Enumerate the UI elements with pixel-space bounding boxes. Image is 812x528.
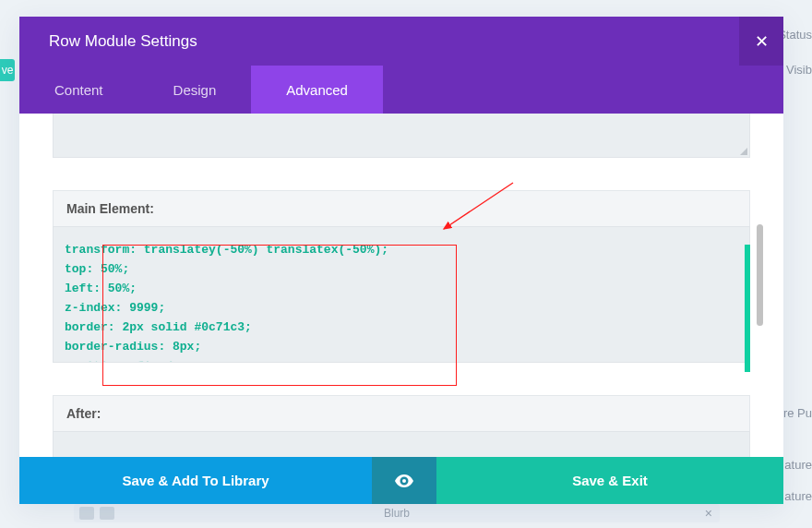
- bg-close-icon: ×: [705, 506, 712, 521]
- code-line: border: 2px solid #0c71c3;: [65, 318, 738, 337]
- modal-footer: Save & Add To Library Save & Exit: [19, 457, 783, 504]
- tab-content[interactable]: Content: [19, 66, 138, 114]
- after-css-input[interactable]: [53, 431, 750, 457]
- modal-title: Row Module Settings: [49, 32, 197, 51]
- bg-hamburger-icon: [79, 507, 94, 520]
- code-line: transform: translatey(-50%) translatex(-…: [65, 240, 738, 259]
- code-line: left: 50%;: [65, 279, 738, 298]
- code-line: top: 50%;: [65, 259, 738, 279]
- bg-bottom-toolbar: Blurb ×: [74, 504, 720, 522]
- section-active-indicator: [745, 245, 750, 372]
- bg-right-label: re Pu: [783, 406, 812, 420]
- section-label-after: After:: [53, 395, 750, 431]
- section-after: After:: [53, 395, 750, 457]
- close-button[interactable]: ✕: [739, 17, 783, 66]
- bg-right-label: ature: [784, 489, 812, 503]
- tab-design[interactable]: Design: [138, 66, 252, 114]
- code-line: border-radius: 8px;: [65, 337, 738, 356]
- textarea-above[interactable]: [53, 114, 750, 158]
- tab-advanced[interactable]: Advanced: [251, 66, 383, 114]
- code-line: z-index: 9999;: [65, 298, 738, 318]
- bg-right-label: Visib: [786, 63, 812, 77]
- section-main-element: Main Element: transform: translatey(-50%…: [53, 190, 750, 363]
- close-icon: ✕: [755, 31, 769, 52]
- bg-left-pill: ve: [0, 59, 15, 81]
- save-and-exit-button[interactable]: Save & Exit: [436, 457, 783, 504]
- modal-body[interactable]: Main Element: transform: translatey(-50%…: [19, 114, 783, 457]
- settings-modal: Row Module Settings ✕ Content Design Adv…: [19, 17, 783, 504]
- modal-header: Row Module Settings ✕: [19, 17, 783, 66]
- code-line: position: fixed;: [65, 356, 738, 363]
- section-label-main-element: Main Element:: [53, 190, 750, 226]
- bg-module-label: Blurb: [384, 507, 410, 520]
- bg-right-label: ature: [784, 458, 812, 472]
- scrollbar-thumb[interactable]: [757, 224, 763, 326]
- preview-button[interactable]: [372, 457, 436, 504]
- resize-handle-icon[interactable]: [740, 148, 747, 155]
- save-add-to-library-button[interactable]: Save & Add To Library: [19, 457, 372, 504]
- main-element-css-input[interactable]: transform: translatey(-50%) translatex(-…: [53, 226, 750, 363]
- bg-layout-icon: [100, 507, 114, 520]
- eye-icon: [394, 474, 414, 487]
- tab-bar: Content Design Advanced: [19, 66, 783, 114]
